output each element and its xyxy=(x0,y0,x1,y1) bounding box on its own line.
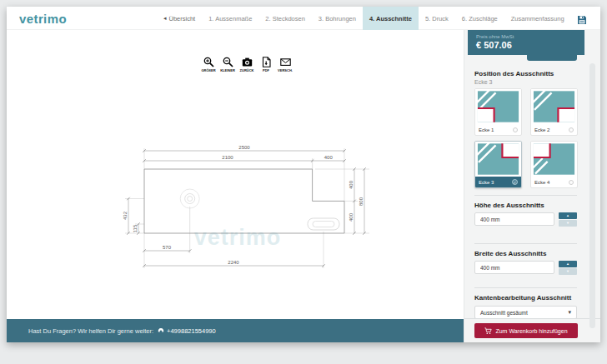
radio-unchecked-icon[interactable] xyxy=(569,127,574,132)
sidebar: Preis ohne MwSt € 507.06 Position des Au… xyxy=(464,30,600,342)
zoom-in-icon xyxy=(203,57,214,67)
nav-item-zuschlaege[interactable]: 6. Zuschläge xyxy=(455,7,504,30)
height-step-down-button[interactable]: ▼ xyxy=(559,220,577,227)
chevron-down-icon: ▾ xyxy=(568,309,571,316)
camera-icon xyxy=(242,57,253,67)
technical-drawing: 2500 2100 400 400 400 800 432 115 570 22… xyxy=(107,123,382,277)
price-panel-tab xyxy=(527,55,577,61)
width-step-up-button[interactable]: ▲ xyxy=(559,261,577,267)
divider xyxy=(474,287,577,288)
dim-hole-offset-bottom: 432 xyxy=(123,211,128,220)
help-bar: Hast Du Fragen? Wir helfen Dir gerne wei… xyxy=(7,319,464,342)
divider xyxy=(464,318,600,319)
price-value: € 507.06 xyxy=(476,40,584,50)
zoom-out-icon xyxy=(223,57,233,67)
price-panel: Preis ohne MwSt € 507.06 xyxy=(468,30,584,55)
height-title: Höhe des Ausschnitts xyxy=(474,202,577,209)
corner-option-label: Ecke 1 xyxy=(479,127,494,132)
header: vetrimo ◂ Übersicht 1. Aussenmaße 2. Ste… xyxy=(7,7,600,30)
sidebar-scrollbar[interactable] xyxy=(589,63,595,328)
drill-hole xyxy=(180,189,199,208)
price-label: Preis ohne MwSt xyxy=(476,34,584,39)
corner-preview-bottom-left-icon xyxy=(475,89,521,124)
corner-option-label: Ecke 3 xyxy=(479,180,494,185)
dim-total-height: 800 xyxy=(359,197,364,206)
floppy-disk-icon xyxy=(577,15,587,25)
canvas-toolbar: GRÖßER KLEINER ZURÜCK xyxy=(201,57,293,72)
chevron-left-icon: ◂ xyxy=(163,15,167,22)
height-section: Höhe des Ausschnitts ▲ ▼ xyxy=(474,202,577,227)
edge-select-value: Ausschnitt gesäumt xyxy=(480,310,528,316)
width-input[interactable] xyxy=(474,261,554,274)
position-subtitle: Ecke 3 xyxy=(474,79,577,85)
nav-back-label: Übersicht xyxy=(169,15,196,22)
phone-link[interactable]: +4998821554990 xyxy=(158,327,216,335)
step-nav: ◂ Übersicht 1. Aussenmaße 2. Steckdosen … xyxy=(157,7,571,30)
radio-checked-icon[interactable]: ✓ xyxy=(512,179,518,185)
add-to-cart-button[interactable]: Zum Warenkorb hinzufügen xyxy=(474,323,578,338)
envelope-icon xyxy=(280,57,291,67)
phone-icon xyxy=(158,327,164,334)
edge-section: Kantenbearbeitung Ausschnitt Ausschnitt … xyxy=(474,294,577,319)
nav-item-aussenmasse[interactable]: 1. Aussenmaße xyxy=(202,7,258,30)
corner-option-ecke-4[interactable]: Ecke 4 xyxy=(530,141,578,188)
nav-item-druck[interactable]: 5. Druck xyxy=(419,7,455,30)
corner-preview-top-left-icon xyxy=(531,142,577,177)
add-to-cart-label: Zum Warenkorb hinzufügen xyxy=(495,328,567,334)
corner-preview-bottom-right-icon xyxy=(531,89,577,124)
edge-title: Kantenbearbeitung Ausschnitt xyxy=(474,294,577,302)
zoom-in-button[interactable]: GRÖßER xyxy=(201,57,216,72)
height-input[interactable] xyxy=(474,212,554,226)
reset-view-button[interactable]: ZURÜCK xyxy=(239,57,254,72)
width-section: Breite des Ausschnitts ▲ ▼ xyxy=(474,250,577,275)
radio-unchecked-icon[interactable] xyxy=(513,127,518,132)
nav-back-uebersicht[interactable]: ◂ Übersicht xyxy=(157,7,202,30)
drawing-canvas: GRÖßER KLEINER ZURÜCK xyxy=(7,30,464,319)
dim-left-width: 2100 xyxy=(222,155,233,160)
divider xyxy=(474,243,577,244)
width-step-down-button[interactable]: ▼ xyxy=(559,268,577,275)
corner-option-label: Ecke 4 xyxy=(534,180,549,185)
nav-item-bohrungen[interactable]: 3. Bohrungen xyxy=(312,7,363,30)
cart-icon xyxy=(484,327,492,335)
width-title: Breite des Ausschnitts xyxy=(474,250,577,257)
position-section: Position des Ausschnitts Ecke 3 Ecke 1 xyxy=(474,70,577,188)
corner-option-label: Ecke 2 xyxy=(534,127,549,132)
radio-unchecked-icon[interactable] xyxy=(569,180,574,185)
pdf-download-button[interactable]: PDF xyxy=(258,57,273,72)
help-question: Hast Du Fragen? Wir helfen Dir gerne wei… xyxy=(28,327,153,335)
edge-select[interactable]: Ausschnitt gesäumt ▾ xyxy=(474,306,577,319)
nav-item-steckdosen[interactable]: 2. Steckdosen xyxy=(258,7,312,30)
dim-total-width: 2500 xyxy=(238,145,250,150)
dim-below-cutout: 400 xyxy=(349,212,354,222)
dim-cutout-height: 400 xyxy=(349,180,354,189)
corner-option-ecke-2[interactable]: Ecke 2 xyxy=(530,88,578,136)
nav-item-zusammenfassung[interactable]: Zusammenfassung xyxy=(504,7,571,30)
pdf-download-icon xyxy=(261,57,272,67)
brand-logo[interactable]: vetrimo xyxy=(19,12,67,26)
glass-panel-outline xyxy=(144,169,344,233)
phone-number: +4998821554990 xyxy=(167,327,216,335)
corner-options: Ecke 1 Ecke 2 xyxy=(474,88,577,188)
app-window: vetrimo ◂ Übersicht 1. Aussenmaße 2. Ste… xyxy=(7,7,600,342)
height-stepper: ▲ ▼ xyxy=(559,212,577,227)
send-button[interactable]: VERSCH. xyxy=(278,57,293,72)
position-title: Position des Ausschnitts xyxy=(474,70,577,77)
corner-option-ecke-3-selected[interactable]: Ecke 3 ✓ xyxy=(474,141,522,188)
dim-hole-offset-left: 570 xyxy=(163,245,172,250)
nav-item-ausschnitte-active[interactable]: 4. Ausschnitte xyxy=(363,7,419,30)
dim-socket-offset-left: 2240 xyxy=(228,260,239,265)
dim-socket-offset-bottom: 115 xyxy=(133,224,138,232)
corner-option-ecke-1[interactable]: Ecke 1 xyxy=(474,88,522,136)
height-step-up-button[interactable]: ▲ xyxy=(559,212,577,219)
divider xyxy=(474,195,577,196)
width-stepper: ▲ ▼ xyxy=(559,261,577,275)
zoom-out-button[interactable]: KLEINER xyxy=(220,57,235,72)
corner-preview-top-right-icon xyxy=(475,142,521,177)
dim-cutout-width: 400 xyxy=(324,155,334,160)
save-button[interactable] xyxy=(577,13,587,23)
socket-cutout xyxy=(308,218,339,230)
watermark: vetrimo xyxy=(194,225,282,251)
